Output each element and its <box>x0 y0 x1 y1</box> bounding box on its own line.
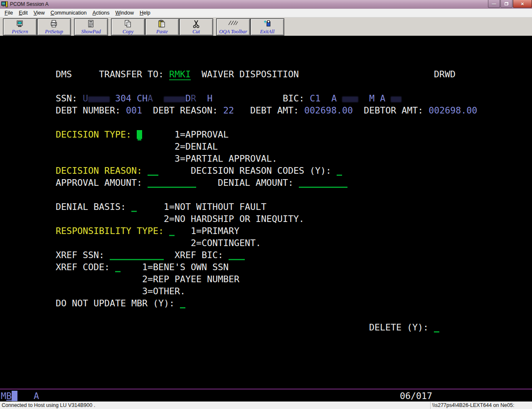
terminal-text: 1=NOT WITHOUT FAULT <box>164 202 266 212</box>
copy-icon <box>123 20 133 29</box>
input-field[interactable] <box>148 178 196 188</box>
terminal-text <box>142 129 175 140</box>
toolbar-button-oqa[interactable]: OQA Toolbar <box>217 19 250 35</box>
input-field[interactable] <box>180 299 185 308</box>
terminal-text: 1=PRIMARY <box>191 226 239 236</box>
pcom-window: PCOM Session A — ✕ FileEditViewCommunica… <box>0 0 532 409</box>
terminal-row: 3=OTHER. <box>56 285 185 297</box>
terminal-cursor[interactable] <box>137 130 142 139</box>
prtsetup-icon <box>49 20 59 29</box>
menu-bar: FileEditViewCommunicationActionsWindowHe… <box>0 9 532 17</box>
terminal-text: RESPONSIBILITY TYPE: <box>56 226 169 236</box>
terminal-text: C1 <box>310 93 320 103</box>
toolbar-button-copy[interactable]: Copy <box>111 19 145 35</box>
terminal-text: M <box>1 391 6 401</box>
prtscrn-icon <box>15 20 25 29</box>
terminal-text: 06/017 <box>400 391 432 401</box>
printer-status: \\s277ps4\4B26-LEXT644 on Ne05: <box>431 402 532 409</box>
terminal-text: DEBT NUMBER: <box>56 105 126 116</box>
input-field[interactable] <box>434 323 439 333</box>
connection-status: Connected to Host using LU V314B900 . <box>0 402 431 409</box>
oia-indicator-block <box>12 391 17 401</box>
terminal-text: 1=BENE'S OWN SSN <box>142 262 229 272</box>
menu-item-communication[interactable]: Communication <box>48 9 90 17</box>
app-icon <box>1 1 8 7</box>
toolbar-button-prtscrn[interactable]: PrtScrn <box>3 19 37 35</box>
terminal-row: DMS TRANSFER TO: RMKI WAIVER DISPOSITION… <box>56 68 456 80</box>
toolbar-button-cut[interactable]: Cut <box>180 19 213 35</box>
terminal-text <box>153 93 164 103</box>
input-field[interactable] <box>131 202 137 212</box>
terminal-text: DEBT REASON: <box>153 105 223 116</box>
toolbar-button-label: OQA Toolbar <box>219 29 247 34</box>
terminal-text: 2=CONTINGENT. <box>191 238 261 248</box>
terminal-row: 06/017 <box>400 390 432 402</box>
terminal-text: APPROVAL AMOUNT: <box>56 177 148 188</box>
input-field[interactable] <box>169 227 175 236</box>
terminal-text: 3=OTHER. <box>142 286 185 296</box>
showpad-icon <box>86 20 96 29</box>
terminal-text: 001 <box>126 105 142 116</box>
input-field[interactable] <box>115 263 121 272</box>
minimize-icon: — <box>492 2 496 6</box>
close-button[interactable]: ✕ <box>513 0 532 8</box>
toolbar-button-paste[interactable]: Paste <box>145 19 179 35</box>
toolbar-button-showpad[interactable]: ShowPad <box>74 19 108 35</box>
terminal-row: 2=CONTINGENT. <box>56 237 261 249</box>
terminal-text: WAIVER DISPOSITION <box>202 69 299 79</box>
input-field[interactable] <box>148 166 158 176</box>
terminal-row: SSN: U 304 CHA DR H BIC: C1 A M A <box>56 92 401 104</box>
terminal-text <box>164 250 175 260</box>
menu-item-file[interactable]: File <box>2 9 16 17</box>
terminal-text <box>320 93 331 103</box>
redacted-text <box>342 96 358 102</box>
terminal-row: XREF CODE: 1=BENE'S OWN SSN <box>56 261 229 273</box>
menu-item-help[interactable]: Help <box>137 9 153 17</box>
close-icon: ✕ <box>521 2 524 6</box>
toolbar-button-label: PrtScrn <box>12 29 28 34</box>
restore-button[interactable] <box>500 0 512 8</box>
terminal-text: DECISION REASON CODES (Y): <box>191 165 337 176</box>
terminal-text <box>17 391 34 401</box>
terminal-text: DECISION REASON: <box>56 165 148 176</box>
terminal-row: RESPONSIBILITY TYPE: 1=PRIMARY <box>56 225 239 237</box>
menu-item-actions[interactable]: Actions <box>89 9 112 17</box>
input-field[interactable] <box>299 178 347 188</box>
menu-item-window[interactable]: Window <box>112 9 136 17</box>
minimize-button[interactable]: — <box>488 0 500 8</box>
terminal-text: DENIAL BASIS: <box>56 202 131 212</box>
menu-item-view[interactable]: View <box>31 9 48 17</box>
oia-separator-line <box>0 389 532 389</box>
terminal-row: APPROVAL AMOUNT: DENIAL AMOUNT: <box>56 177 347 189</box>
input-field[interactable] <box>337 166 342 176</box>
paste-icon <box>158 20 167 29</box>
oqa-icon <box>228 20 239 29</box>
cut-icon <box>192 20 201 29</box>
terminal-text <box>353 105 364 116</box>
terminal-row: DENIAL BASIS: 1=NOT WITHOUT FAULT <box>56 201 266 213</box>
terminal-text <box>56 322 369 333</box>
terminal-text: 2=NO HARDSHIP OR INEQUITY. <box>164 214 304 224</box>
terminal-screen[interactable]: DMS TRANSFER TO: RMKI WAIVER DISPOSITION… <box>0 37 532 402</box>
exitall-icon <box>263 20 272 29</box>
terminal-text <box>385 93 391 103</box>
menu-item-edit[interactable]: Edit <box>16 9 31 17</box>
restore-icon <box>505 2 508 5</box>
toolbar-button-prtsetup[interactable]: PrtSetup <box>37 19 71 35</box>
terminal-text: R <box>191 93 196 103</box>
terminal-text: XREF BIC: <box>175 250 229 260</box>
terminal-text <box>110 93 115 103</box>
terminal-text: DELETE (Y): <box>369 322 434 333</box>
toolbar-button-label: Paste <box>156 29 168 34</box>
input-field[interactable] <box>229 251 245 260</box>
terminal-text <box>137 202 164 212</box>
terminal-row: DELETE (Y): <box>56 321 439 333</box>
terminal-row: DEBT NUMBER: 001 DEBT REASON: 22 DEBT AM… <box>56 104 477 116</box>
toolbar-button-exitall[interactable]: ExitAll <box>251 19 284 35</box>
terminal-text <box>121 262 142 272</box>
terminal-text <box>212 93 283 103</box>
terminal-text: D <box>185 93 191 103</box>
terminal-text: 304 CH <box>115 93 148 103</box>
input-field[interactable] <box>110 251 164 260</box>
terminal-text <box>196 177 218 188</box>
